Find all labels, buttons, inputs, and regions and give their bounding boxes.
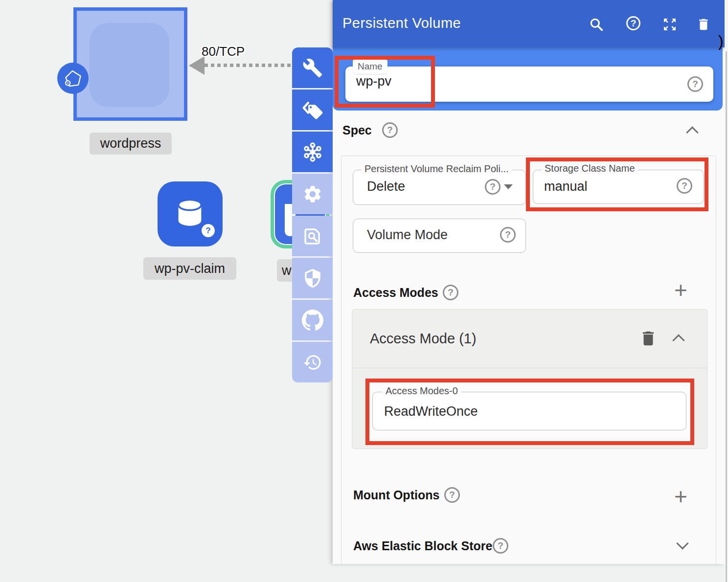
wordpress-label: wordpress — [90, 133, 172, 155]
spec-help-icon[interactable]: ? — [382, 122, 398, 138]
access-modes-help-icon[interactable]: ? — [443, 285, 458, 300]
search-icon[interactable] — [588, 16, 605, 33]
gear-icon — [302, 184, 323, 204]
highlight-name — [335, 56, 435, 108]
access-modes-0-label: Access Modes-0 — [382, 385, 461, 397]
app-canvas: { "glyphs": { "help": "?", "plus": "+", … — [0, 0, 728, 582]
toolbar-button-settings[interactable] — [292, 174, 333, 214]
toolbar-button-security[interactable] — [292, 258, 333, 298]
tags-icon — [302, 99, 323, 121]
spec-collapse-icon[interactable] — [686, 126, 698, 138]
edge-80-tcp — [205, 64, 293, 67]
panel-header: Persistent Volume ? — [333, 0, 725, 47]
pod-badge[interactable] — [57, 63, 89, 94]
mount-options-title: Mount Options — [353, 488, 439, 502]
volume-mode-help-icon[interactable]: ? — [500, 227, 516, 243]
scrollbar[interactable] — [726, 51, 727, 582]
wp-pv-claim-label: wp-pv-claim — [143, 257, 236, 280]
reclaim-policy-label: Persistent Volume Reclaim Poli... — [361, 163, 512, 175]
wp-pv-claim-node[interactable]: ? — [158, 181, 223, 246]
fullscreen-icon[interactable] — [661, 16, 678, 33]
toolbar-button-hub[interactable] — [292, 132, 333, 172]
mount-options-help-icon[interactable]: ? — [444, 487, 460, 503]
access-mode-collapse-icon[interactable] — [672, 334, 684, 346]
hub-icon — [301, 141, 324, 163]
wordpress-node-inner[interactable] — [90, 23, 169, 107]
reclaim-policy-caret-icon[interactable] — [504, 184, 513, 189]
toolbar-button-tags[interactable] — [292, 90, 333, 130]
aws-ebs-help-icon[interactable]: ? — [493, 538, 508, 554]
access-modes-0-value: ReadWriteOnce — [384, 404, 478, 419]
history-icon — [303, 353, 322, 372]
edge-label: 80/TCP — [202, 44, 245, 59]
toolbar-button-search-document[interactable] — [292, 216, 333, 256]
highlight-storage-class — [526, 157, 708, 211]
aws-ebs-title: Aws Elastic Block Store — [353, 539, 492, 553]
panel-title: Persistent Volume — [342, 15, 461, 31]
toolbar — [292, 47, 333, 382]
access-modes-add-icon[interactable]: + — [674, 283, 687, 297]
access-modes-title: Access Modes — [353, 286, 438, 300]
toolbar-button-wrench[interactable] — [292, 47, 333, 88]
search-document-icon — [302, 226, 323, 246]
name-help-icon[interactable]: ? — [687, 76, 703, 92]
shield-icon — [302, 268, 323, 289]
stray-paren: ) — [718, 32, 724, 50]
delete-icon[interactable] — [695, 16, 712, 33]
reclaim-policy-value: Delete — [367, 179, 405, 194]
github-icon — [302, 310, 323, 331]
toolbar-button-github[interactable] — [292, 300, 333, 340]
access-mode-delete-icon[interactable] — [639, 329, 658, 348]
volume-mode-label: Volume Mode — [367, 227, 448, 243]
wrench-icon — [302, 58, 323, 78]
reclaim-policy-help-icon[interactable]: ? — [485, 179, 500, 195]
question-badge: ? — [202, 224, 215, 237]
mount-options-add-icon[interactable]: + — [674, 489, 687, 504]
toolbar-button-history[interactable] — [292, 342, 333, 382]
highlight-access-mode: Access Modes-0 ReadWriteOnce — [365, 379, 694, 445]
access-mode-card-header: Access Mode (1) — [352, 310, 707, 368]
access-mode-card-title: Access Mode (1) — [370, 331, 477, 347]
help-icon[interactable]: ? — [626, 16, 640, 30]
pod-pentagon-icon — [62, 67, 84, 90]
spec-title: Spec — [342, 123, 372, 137]
